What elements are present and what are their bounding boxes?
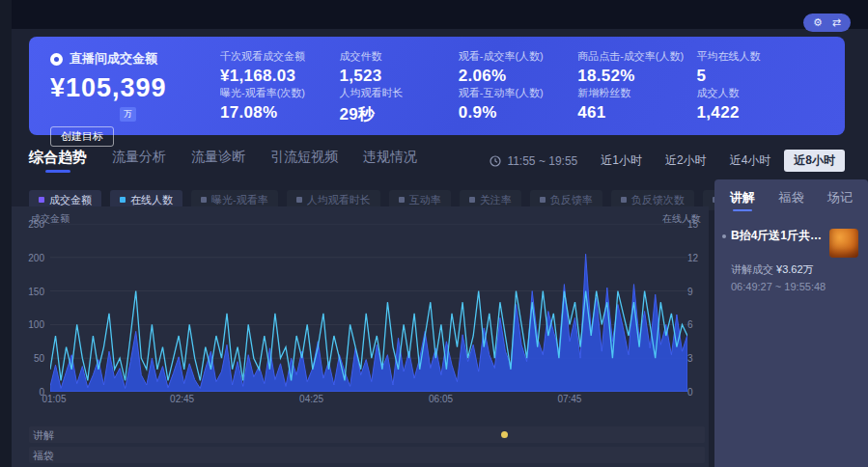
product-thumbnail <box>829 229 858 258</box>
chip-dot <box>621 197 627 203</box>
marker-row-福袋[interactable]: 福袋 <box>29 447 705 463</box>
tab-流量诊断[interactable]: 流量诊断 <box>191 149 245 173</box>
metric-value: 1,422 <box>697 103 806 123</box>
chip-dot <box>120 197 126 203</box>
session-panel: 讲解福袋场记 B抬4斤送1斤共35-4... 讲解成交 ¥3.62万 06:49… <box>714 179 868 467</box>
axis-tick: 250 <box>28 219 44 230</box>
live-dashboard: 直播间成交金额 ¥105,399 万 创建目标 千次观看成交金额¥1,168.0… <box>0 0 868 467</box>
gmv-block: 直播间成交金额 ¥105,399 万 创建目标 <box>29 37 210 135</box>
axis-tick: 150 <box>28 287 44 297</box>
metric-cell: 成交人数1,422 <box>697 86 806 125</box>
metric-label: 观看-互动率(人数) <box>459 86 568 100</box>
x-axis-label: 06:05 <box>429 394 453 404</box>
target-icon <box>50 53 63 66</box>
metric-label: 人均观看时长 <box>339 86 448 100</box>
chip-dot <box>201 197 207 203</box>
axis-tick: 0 <box>687 387 693 398</box>
marker-row-讲解[interactable]: 讲解 <box>29 426 705 443</box>
axis-tick: 100 <box>28 319 44 330</box>
panel-tab-讲解[interactable]: 讲解 <box>730 189 755 211</box>
chip-label: 人均观看时长 <box>307 193 371 207</box>
axis-tick: 3 <box>687 353 693 364</box>
time-button-近4小时[interactable]: 近4小时 <box>720 150 781 172</box>
right-axis-ticks: 15129630 <box>687 224 707 392</box>
event-marker-dot[interactable] <box>501 431 508 438</box>
time-filter: 11:55 ~ 19:55 近1小时近2小时近4小时近8小时 <box>490 150 845 172</box>
axis-tick: 12 <box>687 253 698 263</box>
metric-value: 1,523 <box>339 67 448 86</box>
axis-tick: 6 <box>687 319 693 330</box>
tab-引流短视频[interactable]: 引流短视频 <box>270 149 338 173</box>
deal-label: 讲解成交 <box>731 263 773 275</box>
x-axis-label: 04:25 <box>299 394 323 404</box>
gmv-value: ¥105,399 <box>50 73 210 103</box>
chip-label: 负反馈次数 <box>631 193 685 207</box>
chip-label: 在线人数 <box>130 193 173 207</box>
marker-row-label: 福袋 <box>33 449 54 463</box>
axis-tick: 15 <box>687 219 698 230</box>
create-goal-button[interactable]: 创建目标 <box>50 126 114 147</box>
metric-value: 0.9% <box>459 103 568 123</box>
tab-综合趋势[interactable]: 综合趋势 <box>29 149 87 173</box>
metric-value: 18.52% <box>577 67 686 86</box>
metric-value: 17.08% <box>220 103 329 123</box>
item-time-range: 06:49:27 ~ 19:55:48 <box>731 281 858 292</box>
tab-流量分析[interactable]: 流量分析 <box>112 149 166 173</box>
panel-tabs: 讲解福袋场记 <box>714 179 868 217</box>
item-bullet <box>722 234 726 238</box>
metric-label: 成交人数 <box>697 86 806 100</box>
metric-label: 平均在线人数 <box>697 49 806 64</box>
metric-value: 461 <box>577 103 686 123</box>
chip-dot <box>469 197 475 203</box>
axis-tick: 50 <box>34 353 44 364</box>
x-axis-labels: 01:0502:4504:2506:0507:45 <box>50 394 687 407</box>
deal-value: ¥3.62万 <box>776 263 814 275</box>
metric-value: ¥1,168.03 <box>220 67 329 86</box>
metric-label: 商品点击-成交率(人数) <box>577 49 686 64</box>
product-title: B抬4斤送1斤共35-4... <box>731 229 824 243</box>
time-button-近1小时[interactable]: 近1小时 <box>591 150 652 172</box>
metric-label: 成交件数 <box>339 49 448 64</box>
time-button-近2小时[interactable]: 近2小时 <box>656 150 716 172</box>
tab-违规情况[interactable]: 违规情况 <box>363 149 417 173</box>
explain-item[interactable]: B抬4斤送1斤共35-4... 讲解成交 ¥3.62万 06:49:27 ~ 1… <box>714 217 868 292</box>
metric-cell: 千次观看成交金额¥1,168.03 <box>220 49 329 86</box>
marker-row-label: 讲解 <box>33 428 54 443</box>
metric-cell: 商品点击-成交率(人数)18.52% <box>577 49 686 86</box>
chip-dot <box>540 197 546 203</box>
chip-dot <box>39 197 44 203</box>
time-button-近8小时[interactable]: 近8小时 <box>784 150 845 172</box>
panel-tab-场记[interactable]: 场记 <box>827 189 853 211</box>
metric-cell: 平均在线人数5 <box>697 49 806 86</box>
metric-cell: 观看-互动率(人数)0.9% <box>459 86 568 125</box>
gmv-title: 直播间成交金额 <box>70 50 157 68</box>
metric-cell: 曝光-观看率(次数)17.08% <box>220 86 329 125</box>
x-axis-label: 01:05 <box>42 394 66 404</box>
metric-label: 新增粉丝数 <box>577 86 686 100</box>
metric-cell: 人均观看时长29秒 <box>339 86 448 125</box>
chip-label: 关注率 <box>480 193 512 207</box>
left-sidebar-strip <box>0 0 12 467</box>
metric-cell: 新增粉丝数461 <box>577 86 686 125</box>
metrics-grid: 千次观看成交金额¥1,168.03成交件数1,523观看-成交率(人数)2.06… <box>210 37 845 135</box>
metric-value: 5 <box>697 67 806 86</box>
axis-tick: 200 <box>28 253 44 263</box>
metric-cell: 成交件数1,523 <box>339 49 448 86</box>
settings-icon[interactable]: ⚙ <box>813 16 823 29</box>
swap-icon[interactable]: ⇄ <box>832 16 841 29</box>
time-range-text: 11:55 ~ 19:55 <box>507 154 577 168</box>
chip-dot <box>296 197 302 203</box>
panel-tab-福袋[interactable]: 福袋 <box>779 189 804 211</box>
chip-label: 负反馈率 <box>550 193 593 207</box>
chip-label: 曝光-观看率 <box>211 193 268 207</box>
left-axis-ticks: 250200150100500 <box>12 224 44 392</box>
clock-icon <box>490 155 501 167</box>
tabs-container: 综合趋势流量分析流量诊断引流短视频违规情况 <box>29 149 442 173</box>
unit-badge: 万 <box>120 107 136 122</box>
axis-tick: 9 <box>687 287 693 297</box>
plot-area[interactable] <box>50 224 687 392</box>
metric-value: 2.06% <box>459 67 568 86</box>
metric-label: 观看-成交率(人数) <box>459 49 568 64</box>
chip-label: 互动率 <box>409 193 441 207</box>
chip-label: 成交金额 <box>49 193 92 207</box>
